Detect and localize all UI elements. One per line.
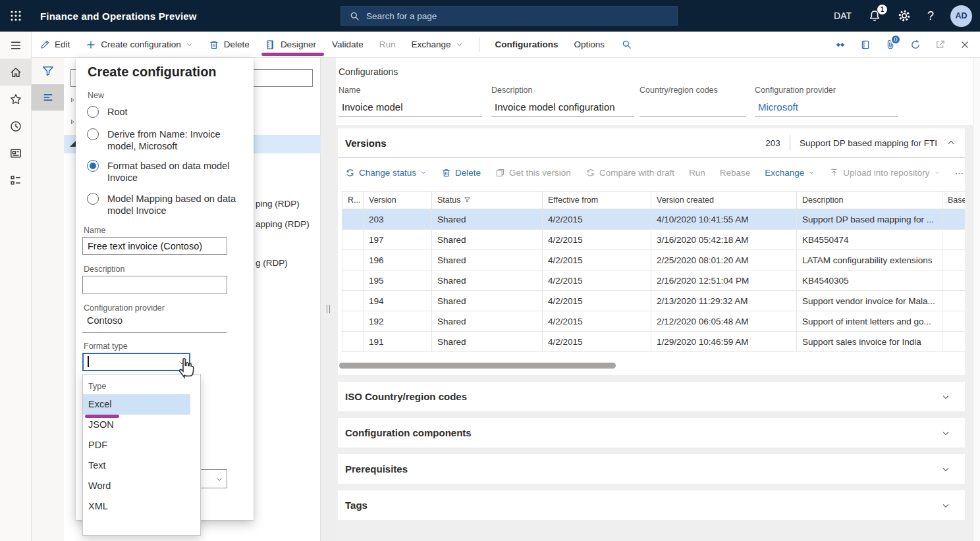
refresh-icon	[910, 39, 921, 50]
actionbar-search-button[interactable]	[622, 39, 632, 49]
action-delete[interactable]: Delete	[209, 39, 250, 50]
column-header-r[interactable]: R...	[342, 192, 364, 209]
section-prerequisites[interactable]: Prerequisites	[338, 454, 965, 484]
tree-collapsed-icon[interactable]	[69, 97, 76, 103]
column-header-label: Base	[948, 195, 965, 205]
versions-action-get-this-version[interactable]: Get this version	[495, 168, 571, 178]
dropdown-option-text[interactable]: Text	[83, 455, 190, 476]
versions-action-exchange[interactable]: Exchange	[765, 168, 815, 178]
tree-item-fragment[interactable]: g (RDP)	[256, 258, 288, 268]
field-value[interactable]: Microsoft	[755, 100, 898, 116]
versions-action-compare-with-draft[interactable]: Compare with draft	[585, 168, 674, 178]
column-header-version-created[interactable]: Version created	[651, 192, 797, 209]
action-label: Create configuration	[101, 39, 181, 49]
list-view-button[interactable]	[32, 84, 64, 111]
nav-home[interactable]	[0, 59, 32, 86]
chev-d-icon	[941, 428, 950, 438]
refresh-button[interactable]	[910, 39, 921, 50]
settings-button[interactable]	[898, 9, 911, 22]
version-row[interactable]: 203Shared4/2/20154/10/2020 10:41:55 AMSu…	[342, 209, 966, 230]
version-row[interactable]: 194Shared4/2/20152/13/2020 11:29:32 AMSu…	[342, 291, 966, 311]
version-row[interactable]: 197Shared4/2/20153/16/2020 05:42:18 AMKB…	[342, 230, 966, 250]
open-in-office-button[interactable]	[860, 39, 871, 50]
cell: 195	[364, 270, 432, 291]
radio-option-root[interactable]: Root	[87, 106, 242, 118]
versions-action-rebase[interactable]: Rebase	[720, 168, 751, 178]
action-options[interactable]: Options	[574, 39, 605, 49]
column-header-effective-from[interactable]: Effective from	[543, 192, 651, 209]
versions-action-upload-into-repository[interactable]: Upload into repository	[829, 168, 940, 178]
chevron-down-icon[interactable]	[215, 475, 223, 483]
nav-recent[interactable]	[0, 113, 32, 140]
environment-label[interactable]: DAT	[834, 11, 852, 21]
close-page-button[interactable]	[960, 39, 970, 50]
nav-favorites[interactable]	[0, 86, 32, 113]
column-header-status[interactable]: Status	[432, 192, 543, 209]
show-related-button[interactable]	[835, 39, 846, 50]
action-designer[interactable]: Designer	[265, 39, 316, 50]
version-row[interactable]: 195Shared4/2/20152/16/2020 12:51:04 PMKB…	[342, 270, 966, 291]
field-label: Name	[339, 86, 482, 97]
action-exchange[interactable]: Exchange	[411, 39, 462, 49]
notifications-button[interactable]: 1	[868, 9, 881, 22]
action-run[interactable]: Run	[379, 39, 396, 49]
radio-option-derive-from-name-invoice-model-microsoft[interactable]: Derive from Name: Invoice model, Microso…	[87, 128, 242, 152]
dropdown-option-word[interactable]: Word	[83, 476, 190, 496]
action-create-configuration[interactable]: Create configuration	[86, 39, 193, 50]
horizontal-scrollbar[interactable]	[339, 363, 616, 369]
description-field[interactable]	[82, 276, 227, 294]
dropdown-option-xml[interactable]: XML	[83, 496, 190, 517]
versions-action-more[interactable]: ···	[955, 168, 964, 178]
format-type-combobox[interactable]	[82, 353, 190, 371]
version-row[interactable]: 192Shared4/2/20152/12/2020 06:05:48 AMSu…	[342, 311, 966, 332]
name-field[interactable]: Free text invoice (Contoso)	[82, 237, 227, 255]
nav-menu[interactable]	[0, 32, 32, 59]
chevron-up-icon[interactable]	[946, 138, 956, 147]
action-configurations[interactable]: Configurations	[495, 39, 558, 49]
tree-collapsed-icon[interactable]	[69, 118, 76, 125]
cell: Shared	[432, 270, 543, 291]
cell: Shared	[432, 230, 543, 250]
version-row[interactable]: 196Shared4/2/20152/25/2020 08:01:20 AMLA…	[342, 250, 966, 270]
action-edit[interactable]: Edit	[40, 39, 70, 50]
radio-option-format-based-on-data-model-invoice[interactable]: Format based on data model Invoice	[87, 160, 242, 184]
filter-pane-button[interactable]	[32, 58, 64, 84]
panel-splitter[interactable]	[321, 58, 336, 541]
versions-header[interactable]: Versions 203 Support DP based mapping fo…	[338, 128, 965, 158]
dropdown-option-pdf[interactable]: PDF	[83, 435, 190, 455]
action-label: Edit	[55, 39, 70, 49]
column-header-base[interactable]: Base	[942, 192, 966, 209]
nav-workspaces[interactable]	[0, 167, 32, 193]
dropdown-option-excel[interactable]: Excel	[83, 394, 190, 415]
tree-item-fragment[interactable]: apping (RDP)	[256, 219, 310, 229]
app-title[interactable]: Finance and Operations Preview	[40, 11, 197, 22]
global-search-input[interactable]: Search for a page	[340, 6, 678, 26]
action-validate[interactable]: Validate	[332, 39, 364, 49]
column-header-version[interactable]: Version	[364, 192, 432, 209]
radio-option-model-mapping-based-on-data-model-invoice[interactable]: Model Mapping based on data model Invoic…	[87, 193, 242, 217]
topbar-actions: DAT 1 ? AD	[834, 0, 980, 32]
versions-action-label: Delete	[455, 168, 481, 178]
column-header-description[interactable]: Description	[797, 192, 942, 209]
cell: 4/2/2015	[543, 311, 651, 332]
version-row[interactable]: 191Shared4/2/20151/29/2020 10:46:59 AMSu…	[342, 332, 966, 352]
account-avatar[interactable]: AD	[950, 5, 972, 27]
cell	[942, 250, 966, 270]
versions-card: Versions 203 Support DP based mapping fo…	[338, 128, 965, 375]
section-tags[interactable]: Tags	[338, 490, 965, 520]
attachments-button[interactable]: 0	[885, 39, 896, 50]
tree-item-fragment[interactable]: ping (RDP)	[256, 199, 300, 209]
versions-action-run[interactable]: Run	[689, 168, 705, 178]
section-configuration-components[interactable]: Configuration components	[338, 418, 965, 448]
nav-news[interactable]	[0, 140, 32, 167]
versions-action-change-status[interactable]: Change status	[345, 168, 427, 178]
filter-rail	[32, 58, 64, 541]
section-iso-country-region-codes[interactable]: ISO Country/region codes	[338, 382, 965, 411]
field-value: Invoice model	[339, 100, 482, 116]
open-in-new-window-button[interactable]	[935, 39, 945, 49]
help-button[interactable]: ?	[927, 10, 934, 22]
versions-action-delete[interactable]: Delete	[441, 168, 481, 178]
app-launcher-button[interactable]	[0, 0, 32, 32]
vertical-scrollbar-track[interactable]	[973, 58, 980, 541]
divider	[790, 135, 790, 151]
